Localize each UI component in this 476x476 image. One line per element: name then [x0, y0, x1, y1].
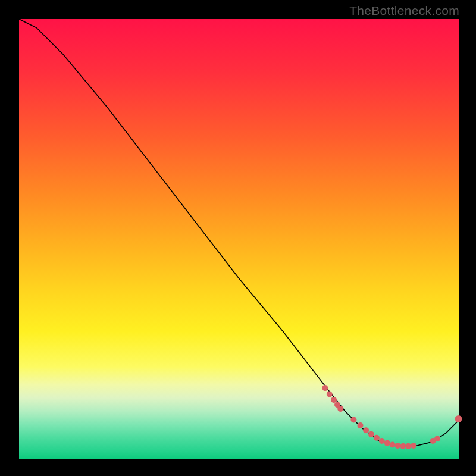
data-dot	[384, 440, 390, 446]
chart-plot-area	[18, 18, 461, 461]
data-dot	[379, 438, 385, 444]
data-dot	[358, 422, 364, 428]
data-dot	[322, 385, 328, 391]
data-dot	[374, 435, 380, 441]
data-dot	[327, 391, 333, 397]
data-dot	[331, 397, 337, 403]
watermark-text: TheBottleneck.com	[349, 4, 459, 18]
data-dot	[363, 427, 369, 433]
chart-outer: TheBottleneck.com	[0, 0, 476, 476]
dots-group	[322, 385, 462, 449]
data-dot	[350, 416, 356, 422]
data-dot	[337, 406, 343, 412]
data-dot	[394, 443, 400, 449]
chart-svg	[19, 19, 459, 459]
data-dot	[405, 443, 411, 449]
bottleneck-curve	[19, 19, 459, 446]
data-dot	[455, 415, 462, 422]
data-dot	[434, 436, 440, 441]
data-dot	[390, 442, 396, 448]
data-dot	[411, 443, 416, 449]
data-dot	[400, 443, 406, 449]
data-dot	[368, 431, 374, 437]
